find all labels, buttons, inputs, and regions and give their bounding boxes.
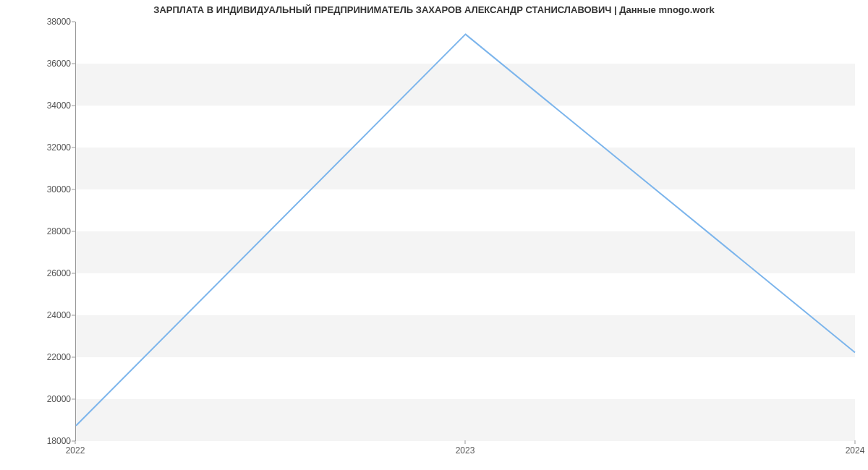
y-tick-mark [72, 273, 75, 274]
y-tick-label: 30000 [35, 184, 71, 195]
x-tick-mark [465, 440, 466, 444]
y-tick-label: 38000 [35, 17, 71, 27]
y-tick-label: 34000 [35, 101, 71, 111]
x-tick-mark [75, 440, 76, 444]
x-tick-label: 2022 [66, 445, 85, 456]
y-tick-label: 36000 [35, 59, 71, 69]
y-tick-mark [72, 22, 75, 22]
y-tick-label: 32000 [35, 142, 71, 153]
y-tick-mark [72, 189, 75, 190]
x-tick-label: 2024 [846, 445, 865, 456]
y-tick-mark [72, 357, 75, 358]
y-tick-mark [72, 148, 75, 148]
y-tick-mark [72, 106, 75, 106]
y-tick-mark [72, 399, 75, 400]
y-tick-label: 22000 [35, 352, 71, 362]
x-tick-mark [855, 440, 856, 444]
line-chart: ЗАРПЛАТА В ИНДИВИДУАЛЬНЫЙ ПРЕДПРИНИМАТЕЛ… [0, 0, 868, 470]
y-tick-label: 18000 [35, 436, 71, 446]
series-line [76, 34, 855, 425]
plot-area [75, 22, 855, 441]
chart-title: ЗАРПЛАТА В ИНДИВИДУАЛЬНЫЙ ПРЕДПРИНИМАТЕЛ… [0, 4, 868, 15]
line-layer [76, 22, 855, 440]
x-tick-label: 2023 [456, 445, 475, 456]
y-tick-mark [72, 64, 75, 64]
y-tick-label: 20000 [35, 394, 71, 404]
y-tick-mark [72, 231, 75, 232]
y-tick-label: 24000 [35, 310, 71, 320]
y-tick-label: 28000 [35, 226, 71, 236]
y-tick-mark [72, 315, 75, 316]
y-tick-label: 26000 [35, 268, 71, 278]
